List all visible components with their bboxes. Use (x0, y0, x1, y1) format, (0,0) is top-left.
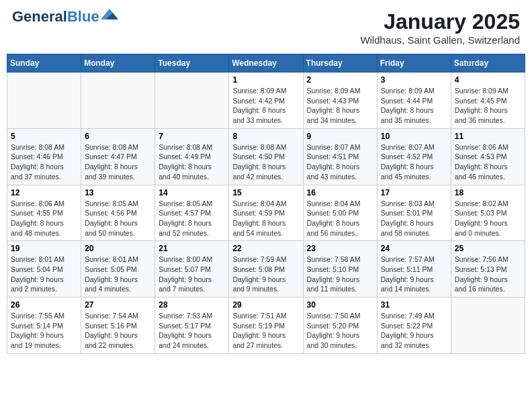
sunset-label: Sunset: 4:51 PM (307, 152, 359, 161)
day-number: 11 (455, 132, 521, 141)
day-info: Sunrise: 8:01 AM Sunset: 5:05 PM Dayligh… (85, 255, 151, 294)
day-number: 18 (455, 188, 521, 197)
day-info: Sunrise: 7:59 AM Sunset: 5:08 PM Dayligh… (232, 255, 299, 294)
sunrise-label: Sunrise: 7:58 AM (307, 255, 361, 263)
calendar-week-row: 1 Sunrise: 8:09 AM Sunset: 4:42 PM Dayli… (7, 73, 525, 129)
day-info: Sunrise: 8:08 AM Sunset: 4:50 PM Dayligh… (232, 142, 299, 182)
table-row: 2 Sunrise: 8:09 AM Sunset: 4:43 PM Dayli… (303, 73, 377, 129)
sunset-label: Sunset: 5:17 PM (159, 322, 211, 330)
daylight-label: Daylight: 8 hours and 52 minutes. (159, 219, 212, 237)
sunrise-label: Sunrise: 8:07 AM (307, 143, 361, 151)
day-number: 23 (307, 244, 373, 253)
day-info: Sunrise: 7:51 AM Sunset: 5:19 PM Dayligh… (232, 311, 299, 351)
day-number: 30 (307, 300, 373, 310)
table-row: 20 Sunrise: 8:01 AM Sunset: 5:05 PM Dayl… (81, 241, 155, 298)
col-wednesday: Wednesday (229, 54, 303, 73)
day-info: Sunrise: 8:09 AM Sunset: 4:42 PM Dayligh… (232, 86, 299, 126)
logo: GeneralBlue (12, 9, 118, 24)
table-row (7, 73, 81, 129)
daylight-label: Daylight: 8 hours and 33 minutes. (232, 106, 285, 124)
logo-icon (101, 7, 118, 21)
day-info: Sunrise: 8:04 AM Sunset: 4:59 PM Dayligh… (232, 199, 299, 238)
calendar-week-row: 26 Sunrise: 7:55 AM Sunset: 5:14 PM Dayl… (7, 298, 525, 354)
sunset-label: Sunset: 4:44 PM (381, 97, 433, 105)
daylight-label: Daylight: 9 hours and 16 minutes. (455, 275, 508, 293)
sunrise-label: Sunrise: 8:08 AM (159, 143, 212, 151)
daylight-label: Daylight: 9 hours and 4 minutes. (85, 275, 138, 293)
day-info: Sunrise: 7:50 AM Sunset: 5:20 PM Dayligh… (307, 311, 373, 351)
table-row: 6 Sunrise: 8:08 AM Sunset: 4:47 PM Dayli… (81, 128, 155, 185)
table-row: 17 Sunrise: 8:03 AM Sunset: 5:01 PM Dayl… (377, 185, 451, 241)
sunset-label: Sunset: 5:10 PM (307, 265, 359, 273)
sunset-label: Sunset: 5:07 PM (159, 265, 211, 273)
sunset-label: Sunset: 4:46 PM (11, 152, 63, 161)
sunrise-label: Sunrise: 8:03 AM (381, 199, 435, 208)
day-number: 7 (159, 132, 225, 141)
day-number: 1 (232, 75, 299, 85)
sunset-label: Sunset: 4:47 PM (85, 152, 137, 161)
sunset-label: Sunset: 4:50 PM (232, 152, 285, 161)
day-number: 15 (232, 188, 299, 197)
day-number: 2 (307, 75, 373, 85)
day-info: Sunrise: 8:08 AM Sunset: 4:47 PM Dayligh… (85, 142, 151, 182)
col-friday: Friday (377, 54, 451, 73)
table-row: 30 Sunrise: 7:50 AM Sunset: 5:20 PM Dayl… (303, 298, 377, 354)
day-info: Sunrise: 7:53 AM Sunset: 5:17 PM Dayligh… (159, 311, 225, 351)
table-row: 14 Sunrise: 8:05 AM Sunset: 4:57 PM Dayl… (155, 185, 229, 241)
day-info: Sunrise: 8:08 AM Sunset: 4:46 PM Dayligh… (11, 142, 77, 182)
day-number: 3 (381, 75, 447, 85)
sunrise-label: Sunrise: 7:54 AM (85, 312, 138, 320)
day-number: 21 (159, 244, 225, 253)
day-info: Sunrise: 8:09 AM Sunset: 4:44 PM Dayligh… (381, 86, 447, 126)
sunrise-label: Sunrise: 7:50 AM (307, 312, 361, 320)
sunset-label: Sunset: 5:14 PM (11, 322, 63, 330)
day-number: 16 (307, 188, 373, 197)
sunset-label: Sunset: 5:01 PM (381, 209, 433, 217)
sunrise-label: Sunrise: 7:49 AM (381, 312, 435, 320)
calendar-week-row: 5 Sunrise: 8:08 AM Sunset: 4:46 PM Dayli… (7, 128, 525, 185)
sunset-label: Sunset: 5:05 PM (85, 265, 137, 273)
col-monday: Monday (81, 54, 155, 73)
sunrise-label: Sunrise: 8:09 AM (381, 87, 435, 95)
sunset-label: Sunset: 5:08 PM (232, 265, 285, 273)
daylight-label: Daylight: 8 hours and 39 minutes. (85, 163, 138, 181)
daylight-label: Daylight: 9 hours and 22 minutes. (85, 331, 138, 349)
day-number: 24 (381, 244, 447, 253)
daylight-label: Daylight: 9 hours and 2 minutes. (11, 275, 64, 293)
table-row: 9 Sunrise: 8:07 AM Sunset: 4:51 PM Dayli… (303, 128, 377, 185)
day-number: 26 (11, 300, 77, 310)
sunrise-label: Sunrise: 7:55 AM (11, 312, 64, 320)
day-number: 29 (232, 300, 299, 310)
sunset-label: Sunset: 4:45 PM (455, 97, 507, 105)
day-number: 4 (455, 75, 521, 85)
sunrise-label: Sunrise: 8:08 AM (232, 143, 286, 151)
day-info: Sunrise: 8:09 AM Sunset: 4:45 PM Dayligh… (455, 86, 521, 126)
sunset-label: Sunset: 5:03 PM (455, 209, 507, 217)
day-info: Sunrise: 8:02 AM Sunset: 5:03 PM Dayligh… (455, 199, 521, 238)
day-number: 22 (232, 244, 299, 253)
daylight-label: Daylight: 8 hours and 34 minutes. (307, 106, 360, 124)
day-info: Sunrise: 8:00 AM Sunset: 5:07 PM Dayligh… (159, 255, 225, 294)
day-info: Sunrise: 7:55 AM Sunset: 5:14 PM Dayligh… (11, 311, 77, 351)
daylight-label: Daylight: 9 hours and 24 minutes. (159, 331, 212, 349)
sunset-label: Sunset: 4:42 PM (232, 97, 285, 105)
sunrise-label: Sunrise: 8:04 AM (307, 199, 361, 208)
table-row: 3 Sunrise: 8:09 AM Sunset: 4:44 PM Dayli… (377, 73, 451, 129)
daylight-label: Daylight: 8 hours and 37 minutes. (11, 163, 64, 181)
sunrise-label: Sunrise: 8:01 AM (85, 255, 138, 263)
sunset-label: Sunset: 5:04 PM (11, 265, 63, 273)
table-row: 25 Sunrise: 7:56 AM Sunset: 5:13 PM Dayl… (451, 241, 525, 298)
table-row: 21 Sunrise: 8:00 AM Sunset: 5:07 PM Dayl… (155, 241, 229, 298)
daylight-label: Daylight: 9 hours and 11 minutes. (307, 275, 360, 293)
day-info: Sunrise: 7:56 AM Sunset: 5:13 PM Dayligh… (455, 255, 521, 294)
table-row: 24 Sunrise: 7:57 AM Sunset: 5:11 PM Dayl… (377, 241, 451, 298)
day-number: 17 (381, 188, 447, 197)
table-row: 18 Sunrise: 8:02 AM Sunset: 5:03 PM Dayl… (451, 185, 525, 241)
day-number: 20 (85, 244, 151, 253)
daylight-label: Daylight: 8 hours and 58 minutes. (381, 219, 434, 237)
table-row (81, 73, 155, 129)
daylight-label: Daylight: 8 hours and 45 minutes. (381, 163, 434, 181)
table-row: 28 Sunrise: 7:53 AM Sunset: 5:17 PM Dayl… (155, 298, 229, 354)
day-info: Sunrise: 7:54 AM Sunset: 5:16 PM Dayligh… (85, 311, 151, 351)
sunset-label: Sunset: 5:00 PM (307, 209, 359, 217)
